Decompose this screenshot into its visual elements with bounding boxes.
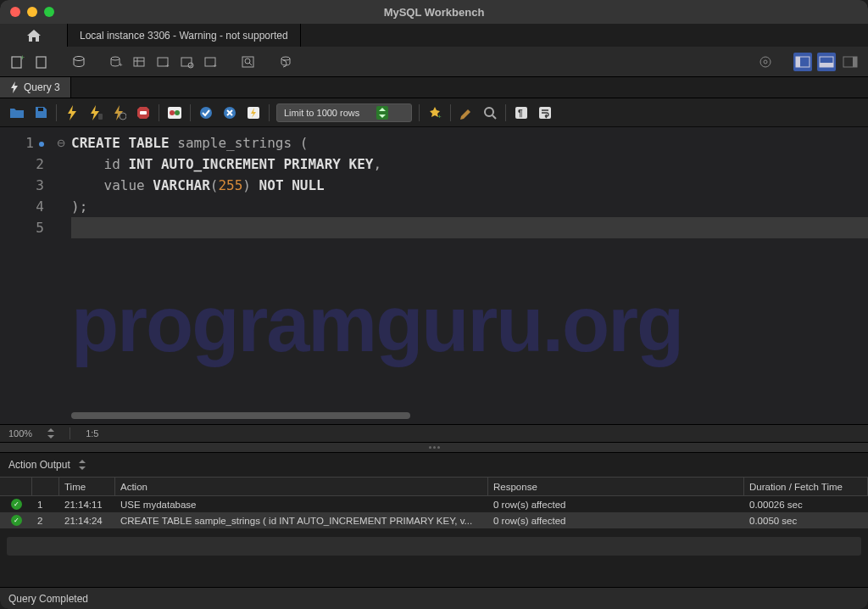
svg-text:¶: ¶ bbox=[518, 109, 523, 118]
col-duration[interactable]: Duration / Fetch Time bbox=[744, 478, 868, 495]
col-action[interactable]: Action bbox=[115, 478, 488, 495]
limit-rows-label: Limit to 1000 rows bbox=[284, 108, 359, 118]
scrollbar-thumb[interactable] bbox=[71, 412, 410, 419]
svg-point-29 bbox=[120, 113, 126, 120]
progress-bar bbox=[7, 537, 861, 556]
connection-tab-label: Local instance 3306 - Warning - not supp… bbox=[80, 30, 288, 42]
status-ok-icon bbox=[11, 515, 22, 526]
svg-rect-22 bbox=[796, 57, 800, 67]
zoom-window-button[interactable] bbox=[44, 7, 54, 17]
find-icon[interactable] bbox=[481, 104, 498, 121]
save-file-icon[interactable] bbox=[32, 104, 49, 121]
new-sql-tab-icon[interactable]: + bbox=[8, 53, 27, 71]
svg-text:+: + bbox=[165, 62, 170, 70]
footer-status-bar: Query Completed bbox=[0, 587, 868, 609]
svg-text:+: + bbox=[20, 54, 25, 62]
col-response[interactable]: Response bbox=[488, 478, 744, 495]
connection-tab[interactable]: Local instance 3306 - Warning - not supp… bbox=[68, 24, 301, 47]
home-tab[interactable] bbox=[0, 24, 68, 47]
db-icon-2[interactable] bbox=[131, 53, 149, 71]
sql-editor[interactable]: 12345 ⊖ CREATE TABLE sample_strings ( id… bbox=[0, 127, 868, 424]
query-toolbar: Limit to 1000 rows + ¶ bbox=[0, 98, 868, 127]
horizontal-scrollbar[interactable] bbox=[71, 412, 851, 419]
db-icon-3[interactable]: + bbox=[154, 53, 173, 71]
svg-point-32 bbox=[170, 110, 175, 115]
svg-text:+: + bbox=[119, 61, 123, 69]
svg-rect-6 bbox=[134, 58, 144, 66]
watermark-text: programguru.org bbox=[71, 280, 851, 369]
bolt-icon bbox=[10, 81, 19, 93]
query-tab-label: Query 3 bbox=[24, 81, 60, 93]
window-title: MySQL Workbench bbox=[0, 6, 868, 19]
db-icon-5[interactable]: + bbox=[202, 53, 220, 71]
svg-point-20 bbox=[764, 60, 767, 64]
svg-rect-2 bbox=[36, 57, 46, 68]
search-icon[interactable] bbox=[239, 53, 258, 71]
invisible-chars-icon[interactable]: ¶ bbox=[513, 104, 530, 121]
brush-icon[interactable] bbox=[458, 104, 475, 121]
rollback-icon[interactable] bbox=[221, 104, 238, 121]
editor-status-strip: 100% 1:5 bbox=[0, 424, 868, 443]
wrap-icon[interactable] bbox=[537, 104, 554, 121]
open-sql-script-icon[interactable] bbox=[32, 53, 51, 71]
beautify-icon[interactable]: + bbox=[426, 104, 443, 121]
query-tab[interactable]: Query 3 bbox=[0, 77, 71, 98]
autocommit-icon[interactable] bbox=[245, 104, 262, 121]
svg-rect-11 bbox=[181, 58, 192, 66]
cursor-position: 1:5 bbox=[86, 428, 98, 439]
panel-bottom-icon[interactable] bbox=[817, 53, 836, 71]
home-icon bbox=[26, 29, 42, 42]
code-area[interactable]: CREATE TABLE sample_strings ( id INT AUT… bbox=[70, 127, 868, 238]
commit-icon[interactable] bbox=[198, 104, 214, 121]
panel-left-icon[interactable] bbox=[793, 53, 812, 71]
line-gutter: 12345 bbox=[0, 127, 53, 238]
svg-point-19 bbox=[760, 57, 771, 67]
svg-line-17 bbox=[249, 63, 252, 65]
output-row[interactable]: 121:14:11USE mydatabase 0 row(s) affecte… bbox=[0, 496, 868, 512]
explain-icon[interactable] bbox=[111, 104, 128, 121]
fold-column: ⊖ bbox=[53, 127, 70, 238]
col-time[interactable]: Time bbox=[59, 478, 115, 495]
svg-point-38 bbox=[485, 108, 493, 116]
chevron-updown-icon bbox=[47, 428, 54, 439]
query-tab-bar: Query 3 bbox=[0, 77, 868, 98]
open-file-icon[interactable] bbox=[8, 104, 25, 121]
svg-point-3 bbox=[74, 56, 84, 60]
stop-icon[interactable] bbox=[135, 104, 152, 121]
output-header: Action Output bbox=[0, 453, 868, 477]
execute-current-icon[interactable] bbox=[87, 104, 104, 121]
close-window-button[interactable] bbox=[10, 7, 20, 17]
reconnect-icon[interactable] bbox=[276, 53, 295, 71]
output-mode-select[interactable]: Action Output bbox=[8, 459, 70, 471]
connection-tab-row: Local instance 3306 - Warning - not supp… bbox=[0, 24, 868, 47]
inspector-icon[interactable] bbox=[70, 53, 88, 71]
output-row[interactable]: 221:14:24CREATE TABLE sample_strings ( i… bbox=[0, 512, 868, 528]
svg-text:+: + bbox=[437, 113, 442, 120]
toggle-ac-icon[interactable] bbox=[166, 104, 183, 121]
db-icon-4[interactable] bbox=[178, 53, 197, 71]
panel-right-icon[interactable] bbox=[841, 53, 860, 71]
svg-point-4 bbox=[111, 57, 120, 60]
db-icon-1[interactable]: + bbox=[107, 53, 125, 71]
limit-rows-select[interactable]: Limit to 1000 rows bbox=[276, 103, 412, 122]
titlebar: MySQL Workbench bbox=[0, 0, 868, 24]
execute-icon[interactable] bbox=[64, 104, 81, 121]
minimize-window-button[interactable] bbox=[27, 7, 37, 17]
main-toolbar: + + + + bbox=[0, 47, 868, 77]
output-grid: Time Action Response Duration / Fetch Ti… bbox=[0, 477, 868, 528]
output-columns-header: Time Action Response Duration / Fetch Ti… bbox=[0, 477, 868, 496]
svg-point-33 bbox=[175, 110, 180, 115]
svg-rect-26 bbox=[853, 57, 857, 67]
chevron-updown-icon bbox=[79, 460, 86, 470]
status-ok-icon bbox=[11, 499, 22, 510]
svg-line-39 bbox=[492, 115, 496, 119]
svg-point-18 bbox=[281, 57, 290, 60]
window-controls bbox=[10, 7, 54, 17]
zoom-level[interactable]: 100% bbox=[8, 428, 32, 439]
splitter-handle[interactable] bbox=[0, 443, 868, 453]
footer-status-text: Query Completed bbox=[8, 593, 88, 605]
svg-text:+: + bbox=[213, 62, 217, 70]
svg-point-12 bbox=[188, 63, 193, 68]
stepper-icon bbox=[376, 106, 388, 120]
gear-icon[interactable] bbox=[756, 53, 775, 71]
